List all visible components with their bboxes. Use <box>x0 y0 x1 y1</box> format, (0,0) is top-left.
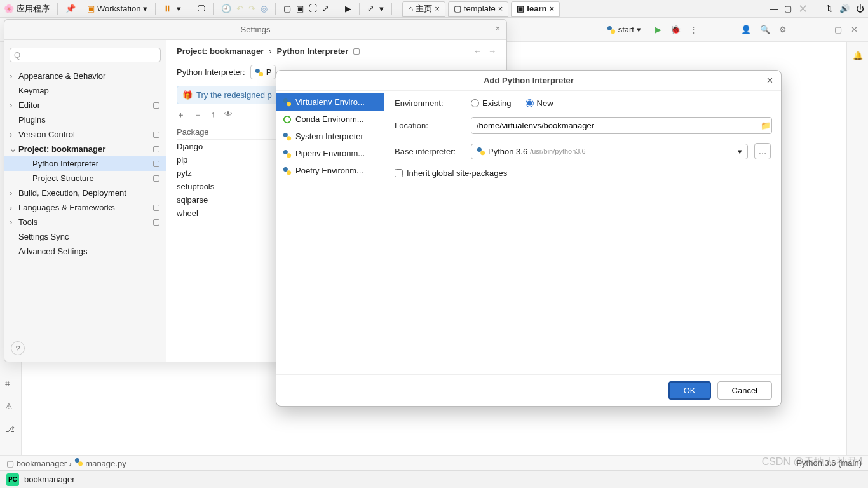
close-icon[interactable]: × <box>435 4 440 13</box>
radio-existing[interactable]: Existing <box>471 98 512 108</box>
eye-icon[interactable]: 👁 <box>224 109 233 121</box>
close-icon[interactable]: ✕ <box>798 2 808 16</box>
run-config-selector[interactable]: start ▾ <box>602 22 646 37</box>
interpreter-source-item[interactable]: Conda Environm... <box>276 111 384 128</box>
help-button[interactable]: ? <box>11 341 25 355</box>
window-icon[interactable]: ▣ <box>296 4 304 13</box>
revert-icon[interactable]: ↶ <box>236 4 243 13</box>
ok-button[interactable]: OK <box>668 381 711 400</box>
radio-new[interactable]: New <box>526 98 553 108</box>
top-bar: 🌸 应用程序 📌 ▣ Workstation ▾ ⏸ ▾ 🖵 🕘 ↶ ↷ ◎ ▢… <box>0 0 868 18</box>
tab-label: template <box>464 4 496 13</box>
settings-category[interactable]: Plugins <box>4 112 166 127</box>
interpreter-value: P <box>266 67 272 77</box>
settings-category[interactable]: Languages & Frameworks <box>4 200 166 215</box>
maximize-icon[interactable]: ▢ <box>784 4 792 13</box>
category-label: Editor <box>18 100 40 110</box>
inherit-checkbox[interactable]: Inherit global site-packages <box>395 168 507 178</box>
cancel-button[interactable]: Cancel <box>717 381 772 400</box>
settings-search-input[interactable] <box>23 51 156 60</box>
power-icon[interactable]: ⏻ <box>856 4 864 13</box>
pause-icon[interactable]: ⏸ <box>163 4 172 13</box>
svg-point-5 <box>287 102 291 106</box>
remove-icon[interactable]: － <box>194 109 202 121</box>
folder-icon[interactable]: 📁 <box>761 121 771 130</box>
settings-category[interactable]: Advanced Settings <box>4 244 166 259</box>
unity-icon[interactable]: ⤢ <box>322 4 329 13</box>
window-icon[interactable]: ▢ <box>283 4 291 13</box>
chevron-down-icon[interactable]: ▾ <box>379 4 384 13</box>
settings-category[interactable]: Settings Sync <box>4 229 166 244</box>
browse-button[interactable]: … <box>754 143 771 159</box>
interpreter-source-item[interactable]: Poetry Environm... <box>276 162 384 179</box>
terminal-icon[interactable]: ⌗ <box>5 379 17 390</box>
add-dialog-title: Add Python Interpreter <box>484 76 574 85</box>
close-icon[interactable]: × <box>498 4 503 13</box>
network-icon[interactable]: ⇅ <box>826 4 833 13</box>
category-label: Advanced Settings <box>18 247 87 256</box>
gear-icon[interactable]: ⚙ <box>779 25 787 34</box>
tab-template[interactable]: ▢template× <box>448 1 508 17</box>
console-icon[interactable]: ▶ <box>345 4 351 13</box>
location-input[interactable] <box>471 117 772 134</box>
pin-icon[interactable]: 📌 <box>65 4 76 13</box>
add-icon[interactable]: ＋ <box>177 109 185 121</box>
settings-category[interactable]: Version Control <box>4 127 166 142</box>
clock-icon[interactable]: 🕘 <box>221 4 231 13</box>
breadcrumb-file[interactable]: manage.py <box>85 459 126 468</box>
settings-search[interactable]: Q <box>10 48 161 62</box>
snapshot-icon[interactable]: 🖵 <box>197 4 205 13</box>
breadcrumb-bar: ▢ bookmanager › manage.py Python 3.6 (ma… <box>0 455 868 470</box>
settings-sidebar: Q Appearance & BehaviorKeymapEditorPlugi… <box>4 40 166 362</box>
close-icon[interactable]: ✕ <box>851 25 858 34</box>
settings-category[interactable]: Project Structure <box>4 171 166 186</box>
scope-icon <box>153 146 159 152</box>
upgrade-icon[interactable]: ↑ <box>211 109 215 121</box>
user-icon[interactable]: 👤 <box>741 25 751 34</box>
forward-icon[interactable]: → <box>488 46 496 56</box>
interpreter-source-item[interactable]: System Interpreter <box>276 128 384 145</box>
fullscreen-icon[interactable]: ⛶ <box>309 4 317 13</box>
git-icon[interactable]: ⎇ <box>5 424 17 436</box>
category-label: Settings Sync <box>18 232 69 241</box>
run-icon[interactable]: ▶ <box>655 25 661 34</box>
status-project: bookmanager <box>24 475 75 484</box>
maximize-icon[interactable]: ▢ <box>834 25 842 34</box>
close-icon[interactable]: ✕ <box>766 76 773 85</box>
minimize-icon[interactable]: — <box>817 25 825 34</box>
expand-icon[interactable]: ⤢ <box>367 4 374 13</box>
close-icon[interactable]: × <box>495 24 500 33</box>
debug-icon[interactable]: 🐞 <box>670 25 681 34</box>
search-icon[interactable]: 🔍 <box>760 25 770 34</box>
minimize-icon[interactable]: — <box>770 4 778 13</box>
chevron-down-icon[interactable]: ▾ <box>177 4 181 13</box>
volume-icon[interactable]: 🔊 <box>839 4 850 13</box>
interpreter-source-item[interactable]: Pipenv Environm... <box>276 145 384 162</box>
settings-category[interactable]: Python Interpreter <box>4 156 166 171</box>
manage-icon[interactable]: ◎ <box>261 4 268 13</box>
scope-icon <box>153 205 159 211</box>
svg-point-14 <box>480 151 485 155</box>
base-interpreter-combo[interactable]: Python 3.6 /usr/bin/python3.6 ▾ <box>471 144 748 159</box>
settings-category[interactable]: Appearance & Behavior <box>4 69 166 83</box>
applications-menu[interactable]: 🌸 应用程序 <box>4 3 50 15</box>
interpreter-combo[interactable]: P <box>250 65 276 79</box>
tab-home[interactable]: ⌂主页× <box>402 1 445 17</box>
more-icon[interactable]: ⋮ <box>689 25 698 34</box>
workstation-tab[interactable]: ▣ Workstation ▾ <box>87 4 147 13</box>
settings-category[interactable]: Tools <box>4 215 166 229</box>
back-icon[interactable]: ← <box>473 46 482 56</box>
settings-category[interactable]: Build, Execution, Deployment <box>4 186 166 200</box>
applications-menu-label: 应用程序 <box>17 3 50 15</box>
tab-learn[interactable]: ▣learn× <box>511 1 560 17</box>
breadcrumb-project[interactable]: bookmanager <box>17 459 67 468</box>
problems-icon[interactable]: ⚠ <box>5 402 17 413</box>
pycharm-icon[interactable]: PC <box>6 473 19 486</box>
interpreter-source-item[interactable]: Virtualenv Enviro... <box>276 93 384 111</box>
settings-category[interactable]: Project: bookmanager <box>4 142 166 156</box>
settings-category[interactable]: Editor <box>4 98 166 112</box>
close-icon[interactable]: × <box>549 4 554 13</box>
notifications-icon[interactable]: 🔔 <box>853 51 863 60</box>
settings-category[interactable]: Keymap <box>4 83 166 98</box>
forward-icon[interactable]: ↷ <box>248 4 255 13</box>
